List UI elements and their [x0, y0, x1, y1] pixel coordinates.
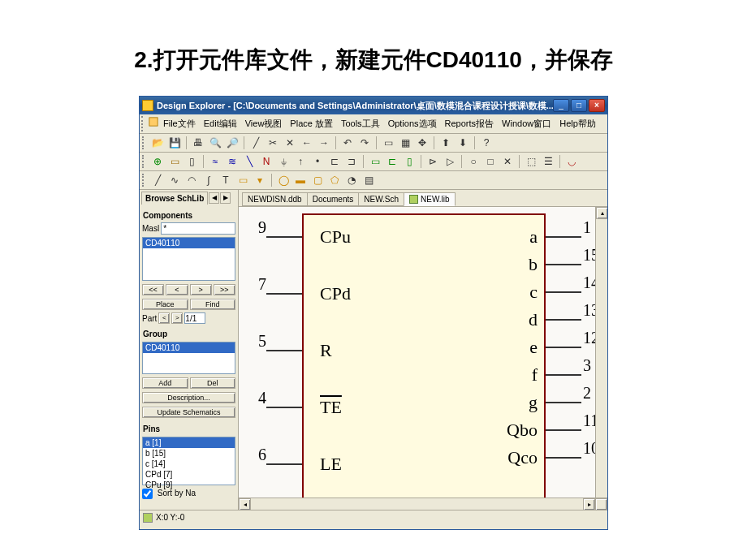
vertical-scrollbar[interactable]: ▴	[595, 207, 607, 498]
tab-sch[interactable]: NEW.Sch	[358, 192, 404, 206]
draw-bezier-icon[interactable]: ∫	[201, 173, 216, 187]
draw-line-icon[interactable]: ╱	[150, 173, 165, 187]
close-button[interactable]: ×	[589, 99, 605, 112]
help-icon[interactable]: ?	[479, 136, 494, 150]
titlebar[interactable]: Design Explorer - [C:\Documents and Sett…	[140, 97, 607, 114]
net-icon[interactable]: N	[259, 154, 274, 169]
port-icon[interactable]: ⊏	[327, 154, 342, 169]
list-item[interactable]: CD40110	[143, 342, 235, 353]
part-count-field[interactable]	[184, 312, 205, 324]
component-listbox[interactable]: CD40110	[142, 237, 235, 281]
menu-reports[interactable]: Reports报告	[441, 116, 499, 131]
menu-tools[interactable]: Tools工具	[337, 116, 384, 131]
nav-last-button[interactable]: >>	[214, 284, 235, 295]
undo-icon[interactable]: ↶	[340, 136, 355, 150]
nav-fwd-button[interactable]: >	[190, 284, 212, 295]
layer-up-icon[interactable]: ⬆	[438, 136, 453, 150]
sheet-icon[interactable]: ▭	[368, 154, 382, 169]
add-button[interactable]: Add	[142, 377, 188, 389]
group-listbox[interactable]: CD40110	[142, 342, 235, 374]
nav-first-button[interactable]: <<	[142, 284, 164, 295]
part-icon[interactable]: ⊕	[150, 154, 165, 169]
tool-cross-icon[interactable]: ✕	[283, 136, 297, 150]
draw-pie-icon[interactable]: ◔	[344, 173, 359, 187]
nav-back-button[interactable]: <	[166, 284, 188, 295]
draw-arc-icon[interactable]: ◠	[184, 173, 199, 187]
sheet-entry-icon[interactable]: ⊏	[385, 154, 399, 169]
busline-icon[interactable]: ╲	[242, 154, 257, 169]
del-button[interactable]: Del	[190, 377, 236, 389]
layer-down-icon[interactable]: ⬇	[456, 136, 470, 150]
draw-polyline-icon[interactable]: ∿	[167, 173, 182, 187]
menu-window[interactable]: Window窗口	[498, 116, 555, 131]
horizontal-scrollbar[interactable]: ◂ ▸	[239, 498, 607, 510]
pin-line[interactable]	[266, 463, 302, 465]
bus-icon[interactable]: ≋	[225, 154, 240, 169]
pin-line[interactable]	[546, 236, 581, 238]
scroll-right-icon[interactable]: ▸	[583, 498, 595, 510]
annotate-icon[interactable]: ⊳	[425, 154, 440, 169]
zoom-out-icon[interactable]: 🔎	[225, 136, 240, 150]
pin-line[interactable]	[546, 264, 581, 265]
browse-tab[interactable]: Browse SchLib	[141, 192, 208, 205]
pin-line[interactable]	[546, 457, 581, 459]
tool-fwd-icon[interactable]: →	[317, 136, 331, 150]
scroll-up-icon[interactable]: ▴	[596, 207, 607, 219]
tool-line-icon[interactable]: ╱	[248, 136, 263, 150]
minimize-button[interactable]: _	[553, 99, 569, 112]
toolbar-grip-icon[interactable]	[142, 174, 147, 187]
print-icon[interactable]: 🖶	[191, 136, 205, 150]
pin-line[interactable]	[546, 374, 581, 376]
place-button[interactable]: Place	[142, 299, 188, 310]
list-item[interactable]: a [1]	[143, 437, 235, 448]
pins-listbox[interactable]: a [1] b [15] c [14] CPd [7] CPu [9]	[142, 437, 235, 485]
redo-icon[interactable]: ↷	[357, 136, 372, 150]
sheet-symbol-icon[interactable]: ▯	[402, 154, 417, 169]
tool-cut-icon[interactable]: ✂	[266, 136, 280, 150]
ground-icon[interactable]: ⏚	[276, 154, 291, 169]
save-icon[interactable]: 💾	[167, 136, 182, 150]
pin-line[interactable]	[546, 429, 581, 431]
port2-icon[interactable]: ⊐	[344, 154, 359, 169]
toolbar-grip-icon[interactable]	[142, 136, 147, 149]
pin-line[interactable]	[546, 347, 581, 348]
pin-line[interactable]	[546, 291, 581, 293]
description-button[interactable]: Description...	[142, 392, 235, 403]
draw-fillrect-icon[interactable]: ▬	[293, 173, 308, 187]
wire-icon[interactable]: ≈	[208, 154, 222, 169]
tab-lib[interactable]: NEW.lib	[404, 192, 456, 206]
tool-back-icon[interactable]: ←	[300, 136, 314, 150]
draw-arrow-icon[interactable]: ▾	[253, 173, 267, 187]
label-icon[interactable]: ▷	[443, 154, 457, 169]
pin-line[interactable]	[266, 407, 302, 408]
rect-icon[interactable]: ▭	[381, 136, 395, 150]
update-schematics-button[interactable]: Update Schematics	[142, 407, 235, 418]
ic-icon[interactable]: ▯	[184, 154, 199, 169]
find-button[interactable]: Find	[190, 299, 236, 310]
ellipse-icon[interactable]: ○	[466, 154, 481, 169]
schematic-canvas[interactable]: 9CPu7CPd5R4TE6LE1a15b14c13d12e3f2g11Qbo1…	[239, 207, 595, 498]
pin-line[interactable]	[546, 402, 581, 403]
pin-line[interactable]	[266, 350, 302, 351]
list-item[interactable]: c [14]	[143, 459, 235, 469]
draw-circ-icon[interactable]: ◯	[276, 173, 291, 187]
move-icon[interactable]: ✥	[415, 136, 430, 150]
pin-line[interactable]	[546, 319, 581, 321]
draw-roundrect-icon[interactable]: ▢	[310, 173, 325, 187]
menu-place[interactable]: Place 放置	[286, 116, 337, 131]
menu-help[interactable]: Help帮助	[555, 116, 600, 131]
scroll-left-icon[interactable]: ◂	[239, 498, 251, 510]
draw-image-icon[interactable]: ▤	[361, 173, 376, 187]
draw-rect-icon[interactable]: ▭	[235, 173, 250, 187]
menu-edit[interactable]: Edit编辑	[200, 116, 241, 131]
list-item[interactable]: b [15]	[143, 448, 235, 459]
tab-prev-icon[interactable]: ◀	[209, 192, 219, 204]
tab-documents[interactable]: Documents	[307, 192, 360, 206]
tab-ddb[interactable]: NEWDISN.ddb	[242, 192, 308, 206]
sim-icon[interactable]: ◡	[564, 154, 579, 169]
tab-next-icon[interactable]: ▶	[220, 192, 231, 204]
system-menu-icon[interactable]	[148, 116, 159, 127]
erc-icon[interactable]: ⬚	[524, 154, 538, 169]
cross2-icon[interactable]: ✕	[500, 154, 515, 169]
sort-by-name-checkbox[interactable]	[142, 489, 153, 499]
